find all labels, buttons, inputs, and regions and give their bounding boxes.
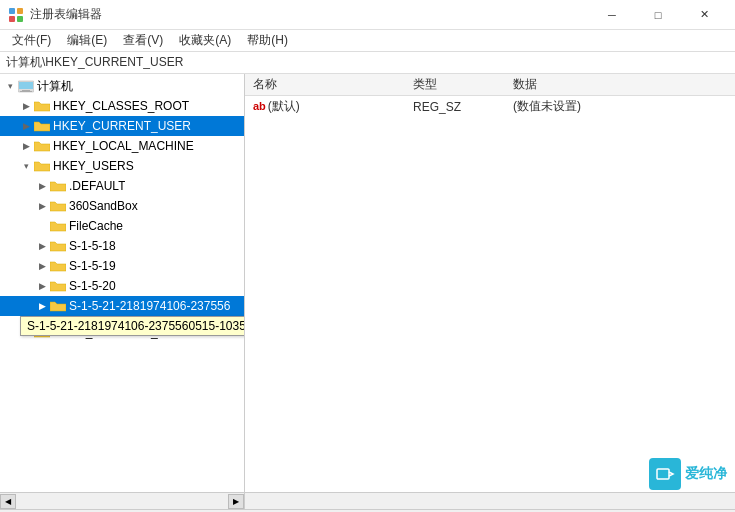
folder-icon-current-user [34,119,50,133]
window-controls: ─ □ ✕ [589,0,727,30]
col-header-type: 类型 [405,74,505,96]
label-360sandbox: 360SandBox [69,199,138,213]
tooltip-s-1-5-21: S-1-5-21-2181974106-2375560515-103512274… [20,316,245,336]
menu-edit[interactable]: 编辑(E) [59,30,115,51]
label-users: HKEY_USERS [53,159,134,173]
watermark-svg [655,464,675,484]
label-s-1-5-19: S-1-5-19 [69,259,116,273]
folder-icon-classes-root [34,99,50,113]
scroll-left-button[interactable]: ◀ [0,494,16,509]
watermark-icon [649,458,681,490]
expander-s-1-5-20[interactable]: ▶ [34,278,50,294]
watermark-text: 爱纯净 [685,465,727,483]
menu-favorites[interactable]: 收藏夹(A) [171,30,239,51]
label-filecache: FileCache [69,219,123,233]
label-classes-root: HKEY_CLASSES_ROOT [53,99,189,113]
expander-s-1-5-18[interactable]: ▶ [34,238,50,254]
expander-s-1-5-19[interactable]: ▶ [34,258,50,274]
minimize-button[interactable]: ─ [589,0,635,30]
value-data: (数值未设置) [505,96,735,118]
expander-default[interactable]: ▶ [34,178,50,194]
tree-item-s-1-5-20[interactable]: ▶ S-1-5-20 [0,276,244,296]
computer-icon [18,79,34,93]
watermark: 爱纯净 [649,458,727,490]
col-header-data: 数据 [505,74,735,96]
expander-360sandbox[interactable]: ▶ [34,198,50,214]
scroll-right-button[interactable]: ▶ [228,494,244,509]
detail-table: 名称 类型 数据 ab(默认) REG_SZ (数值未设置) [245,74,735,117]
address-label: 计算机\HKEY_CURRENT_USER [6,54,183,71]
tree-item-computer[interactable]: ▾ 计算机 [0,76,244,96]
folder-icon-default [50,179,66,193]
tree-item-local-machine[interactable]: ▶ HKEY_LOCAL_MACHINE [0,136,244,156]
window-title: 注册表编辑器 [30,6,589,23]
col-header-name: 名称 [245,74,405,96]
bottom-row: ◀ ▶ [0,492,735,509]
folder-icon-filecache [50,219,66,233]
expander-computer[interactable]: ▾ [2,78,18,94]
folder-icon-s-1-5-21 [50,299,66,313]
address-bar: 计算机\HKEY_CURRENT_USER [0,52,735,74]
folder-icon-local-machine [34,139,50,153]
tree-item-s-1-5-18[interactable]: ▶ S-1-5-18 [0,236,244,256]
tree-item-360sandbox[interactable]: ▶ 360SandBox [0,196,244,216]
folder-icon-users [34,159,50,173]
expander-s-1-5-21[interactable]: ▶ [34,298,50,314]
main-container: ▾ 计算机 ▶ HKEY_CLASSES_ROOT ▶ HKEY_CURRENT… [0,74,735,492]
svg-rect-8 [657,469,669,479]
left-scroll-area: ◀ ▶ [0,493,245,509]
tree-item-s-1-5-21[interactable]: ▶ S-1-5-21-2181974106-237556 [0,296,244,316]
expander-local-machine[interactable]: ▶ [18,138,34,154]
folder-icon-360sandbox [50,199,66,213]
value-type: REG_SZ [405,96,505,118]
tree-item-current-user[interactable]: ▶ HKEY_CURRENT_USER [0,116,244,136]
expander-users[interactable]: ▾ [18,158,34,174]
tooltip-text: S-1-5-21-2181974106-2375560515-103512274… [27,319,245,333]
label-s-1-5-21: S-1-5-21-2181974106-237556 [69,299,230,313]
label-s-1-5-20: S-1-5-20 [69,279,116,293]
tree-item-classes-root[interactable]: ▶ HKEY_CLASSES_ROOT [0,96,244,116]
menu-help[interactable]: 帮助(H) [239,30,296,51]
left-scroll-track[interactable] [16,494,228,509]
svg-rect-5 [19,82,33,89]
right-scroll-area [245,493,735,509]
tree-item-users[interactable]: ▾ HKEY_USERS [0,156,244,176]
label-local-machine: HKEY_LOCAL_MACHINE [53,139,194,153]
label-current-user: HKEY_CURRENT_USER [53,119,191,133]
menu-file[interactable]: 文件(F) [4,30,59,51]
label-default: .DEFAULT [69,179,125,193]
expander-classes-root[interactable]: ▶ [18,98,34,114]
value-name: ab(默认) [245,96,405,118]
close-button[interactable]: ✕ [681,0,727,30]
maximize-button[interactable]: □ [635,0,681,30]
tree-item-s-1-5-19[interactable]: ▶ S-1-5-19 [0,256,244,276]
menu-view[interactable]: 查看(V) [115,30,171,51]
svg-rect-7 [20,91,32,92]
menu-bar: 文件(F) 编辑(E) 查看(V) 收藏夹(A) 帮助(H) [0,30,735,52]
svg-rect-3 [17,16,23,22]
svg-rect-0 [9,8,15,14]
default-value-icon: ab [253,100,266,112]
svg-rect-1 [17,8,23,14]
tree-panel[interactable]: ▾ 计算机 ▶ HKEY_CLASSES_ROOT ▶ HKEY_CURRENT… [0,74,245,492]
label-computer: 计算机 [37,78,73,95]
folder-icon-s-1-5-18 [50,239,66,253]
svg-rect-2 [9,16,15,22]
tree-item-filecache[interactable]: ▶ FileCache [0,216,244,236]
app-icon [8,7,24,23]
expander-current-user[interactable]: ▶ [18,118,34,134]
folder-icon-s-1-5-20 [50,279,66,293]
folder-icon-s-1-5-19 [50,259,66,273]
detail-panel: 名称 类型 数据 ab(默认) REG_SZ (数值未设置) [245,74,735,492]
table-row[interactable]: ab(默认) REG_SZ (数值未设置) [245,96,735,118]
title-bar: 注册表编辑器 ─ □ ✕ [0,0,735,30]
label-s-1-5-18: S-1-5-18 [69,239,116,253]
tree-item-default[interactable]: ▶ .DEFAULT [0,176,244,196]
